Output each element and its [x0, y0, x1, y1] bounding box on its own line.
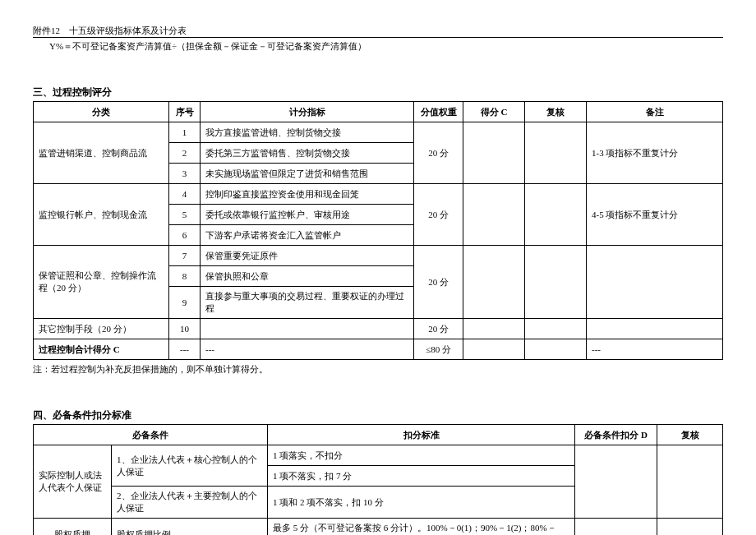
cell-std: 最多 5 分（不可登记备案按 6 分计）。100%－0(1)；90%－1(2)；… [268, 519, 575, 536]
table-row: 监管进销渠道、控制商品流 1 我方直接监管进销、控制货物交接 20 分 1-3 … [34, 122, 723, 143]
cell-std: 1 项不落实，扣 7 分 [268, 466, 575, 487]
cell-review [657, 445, 723, 519]
section3-table: 分类 序号 计分指标 分值权重 得分 C 复核 备注 监管进销渠道、控制商品流 … [33, 101, 723, 360]
cell-remark: 4-5 项指标不重复计分 [587, 184, 723, 246]
cell-scorec [463, 319, 525, 339]
section3-title: 三、过程控制评分 [33, 85, 723, 99]
formula-line: Y%＝不可登记备案资产清算值÷（担保金额－保证金－可登记备案资产清算值） [33, 39, 723, 53]
cell-review [525, 319, 587, 339]
cell-weight: ≤80 分 [414, 339, 463, 360]
th-remark: 备注 [587, 102, 723, 122]
cell-seq: 10 [169, 319, 201, 339]
cell-seq: 5 [169, 205, 201, 225]
cell-cond: 1、企业法人代表＋核心控制人的个人保证 [112, 445, 268, 487]
cell-category: 过程控制合计得分 C [34, 339, 169, 360]
cell-remark [587, 319, 723, 339]
th-indicator: 计分指标 [201, 102, 414, 122]
table-total-row: 过程控制合计得分 C --- --- ≤80 分 --- [34, 339, 723, 360]
th-condition: 必备条件 [34, 425, 268, 445]
page-header: 附件12 十五级评级指标体系及计分表 [33, 25, 723, 38]
cell-category: 其它控制手段（20 分） [34, 319, 169, 339]
cell-remark [587, 246, 723, 319]
cell-category: 监管进销渠道、控制商品流 [34, 122, 169, 184]
cell-remark: 1-3 项指标不重复计分 [587, 122, 723, 184]
cell-review [525, 246, 587, 319]
cell-review [657, 519, 723, 536]
section4-table: 必备条件 扣分标准 必备条件扣分 D 复核 实际控制人或法人代表个人保证 1、企… [33, 424, 723, 535]
cell-indicator: 直接参与重大事项的交易过程、重要权证的办理过程 [201, 287, 414, 319]
cell-seq: --- [169, 339, 201, 360]
cell-indicator: 委托第三方监管销售、控制货物交接 [201, 143, 414, 164]
cell-scorec [463, 246, 525, 319]
cell-weight: 20 分 [414, 122, 463, 184]
cell-indicator: 我方直接监管进销、控制货物交接 [201, 122, 414, 143]
th-scorec: 得分 C [463, 102, 525, 122]
th-deductd: 必备条件扣分 D [575, 425, 657, 445]
table-row: 保管证照和公章、控制操作流程（20 分） 7 保管重要凭证原件 20 分 [34, 246, 723, 266]
section4-title: 四、必备条件扣分标准 [33, 408, 723, 422]
cell-weight: 20 分 [414, 246, 463, 319]
cell-seq: 4 [169, 184, 201, 205]
cell-indicator: 保管执照和公章 [201, 266, 414, 287]
section3-note: 注：若过程控制为补充反担保措施的，则不单独计算得分。 [33, 363, 723, 376]
table-row: 其它控制手段（20 分） 10 20 分 [34, 319, 723, 339]
table-row: 股权质押 股权质押比例 最多 5 分（不可登记备案按 6 分计）。100%－0(… [34, 519, 723, 536]
th-standard: 扣分标准 [268, 425, 575, 445]
th-review: 复核 [657, 425, 723, 445]
th-weight: 分值权重 [414, 102, 463, 122]
table-row: 监控银行帐户、控制现金流 4 控制印鉴直接监控资金使用和现金回笼 20 分 4-… [34, 184, 723, 205]
cell-std: 1 项落实，不扣分 [268, 445, 575, 466]
cell-review [525, 184, 587, 246]
cell-cond: 2、企业法人代表＋主要控制人的个人保证 [112, 487, 268, 519]
cell-cat: 股权质押 [34, 519, 112, 536]
cell-seq: 7 [169, 246, 201, 266]
cell-indicator [201, 319, 414, 339]
cell-indicator: 未实施现场监管但限定了进货和销售范围 [201, 164, 414, 184]
cell-indicator: 下游客户承诺将资金汇入监管帐户 [201, 225, 414, 246]
cell-deduct [575, 445, 657, 519]
table-header-row: 必备条件 扣分标准 必备条件扣分 D 复核 [34, 425, 723, 445]
cell-indicator: --- [201, 339, 414, 360]
cell-seq: 3 [169, 164, 201, 184]
table-row: 实际控制人或法人代表个人保证 1、企业法人代表＋核心控制人的个人保证 1 项落实… [34, 445, 723, 466]
cell-review [525, 122, 587, 184]
cell-deduct [575, 519, 657, 536]
cell-seq: 1 [169, 122, 201, 143]
cell-scorec [463, 339, 525, 360]
cell-indicator: 保管重要凭证原件 [201, 246, 414, 266]
cell-indicator: 控制印鉴直接监控资金使用和现金回笼 [201, 184, 414, 205]
cell-scorec [463, 122, 525, 184]
th-seq: 序号 [169, 102, 201, 122]
cell-remark: --- [587, 339, 723, 360]
cell-category: 监控银行帐户、控制现金流 [34, 184, 169, 246]
cell-seq: 8 [169, 266, 201, 287]
cell-weight: 20 分 [414, 184, 463, 246]
cell-indicator: 委托或依靠银行监控帐户、审核用途 [201, 205, 414, 225]
cell-std: 1 项和 2 项不落实，扣 10 分 [268, 487, 575, 519]
cell-cond: 股权质押比例 [112, 519, 268, 536]
th-review: 复核 [525, 102, 587, 122]
th-category: 分类 [34, 102, 169, 122]
cell-category: 保管证照和公章、控制操作流程（20 分） [34, 246, 169, 319]
cell-scorec [463, 184, 525, 246]
cell-seq: 9 [169, 287, 201, 319]
cell-weight: 20 分 [414, 319, 463, 339]
cell-review [525, 339, 587, 360]
cell-seq: 2 [169, 143, 201, 164]
cell-cat: 实际控制人或法人代表个人保证 [34, 445, 112, 519]
cell-seq: 6 [169, 225, 201, 246]
table-header-row: 分类 序号 计分指标 分值权重 得分 C 复核 备注 [34, 102, 723, 122]
